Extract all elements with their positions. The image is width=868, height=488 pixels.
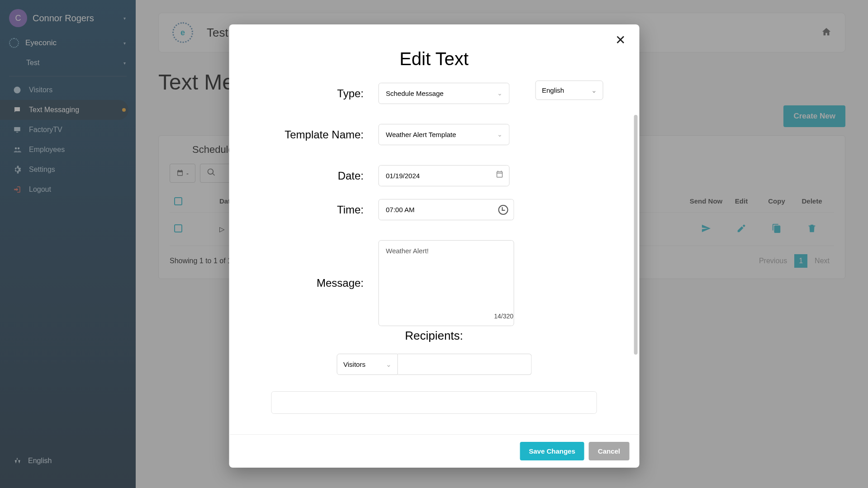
time-input[interactable]: 07:00 AM bbox=[378, 199, 514, 220]
template-select[interactable]: Weather Alert Template bbox=[378, 124, 509, 145]
type-label: Type: bbox=[265, 87, 378, 100]
date-label: Date: bbox=[265, 170, 378, 182]
message-label: Message: bbox=[265, 277, 378, 289]
recipient-panel bbox=[271, 391, 597, 414]
recipient-input[interactable] bbox=[398, 354, 531, 375]
recipient-type-select[interactable]: Visitors bbox=[337, 354, 398, 375]
modal-footer: Save Changes Cancel bbox=[229, 434, 639, 468]
recipients-label: Recipients: bbox=[265, 329, 603, 343]
cancel-button[interactable]: Cancel bbox=[589, 442, 629, 460]
message-textarea[interactable] bbox=[378, 240, 514, 326]
modal-body: Type: Schedule Message Template Name: We… bbox=[229, 74, 639, 434]
save-button[interactable]: Save Changes bbox=[520, 442, 584, 460]
template-label: Template Name: bbox=[265, 128, 378, 141]
date-input[interactable]: 01/19/2024 bbox=[378, 165, 509, 186]
time-label: Time: bbox=[265, 204, 378, 216]
modal-title: Edit Text bbox=[251, 49, 617, 69]
edit-text-modal: ✕ Edit Text English Type: Schedule Messa… bbox=[229, 24, 639, 468]
type-select[interactable]: Schedule Message bbox=[378, 83, 509, 104]
